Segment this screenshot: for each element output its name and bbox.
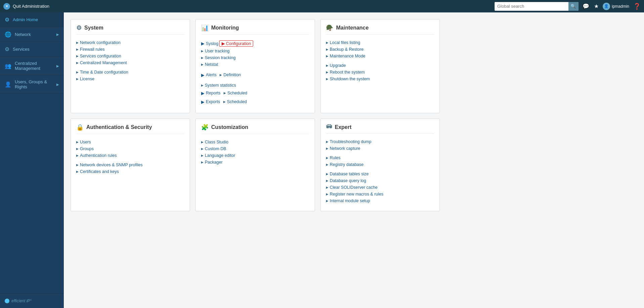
reports-row: ▶ Reports ▶ Scheduled [201,89,309,97]
sidebar: ⚙ Admin Home 🌐 Network ▶ ⚙ Services 👥 Ce… [0,12,64,308]
search-box: 🔍 [495,2,579,11]
sidebar-item-admin-home[interactable]: ⚙ Admin Home [0,12,64,27]
link-configuration-highlighted[interactable]: ▶ Configuration [219,40,254,47]
search-button[interactable]: 🔍 [568,2,579,11]
favorites-icon[interactable]: ★ [594,3,599,9]
link-clear-cache[interactable]: ▶ Clear SOLIDserver cache [326,184,434,191]
card-maintenance: 🪖 Maintenance ▶ Local files listing ▶ Ba… [320,19,440,113]
link-groups[interactable]: ▶ Groups [76,145,184,152]
topbar-right: 🔍 💬 ★ 👤 ipmadmin ❓ [495,2,641,11]
card-auth-title: 🔒 Authentication & Security [76,124,184,134]
link-db-tables-size[interactable]: ▶ Database tables size [326,171,434,177]
link-users[interactable]: ▶ Users [76,139,184,145]
help-icon[interactable]: ❓ [633,3,641,10]
link-rules[interactable]: ▶ Rules [326,155,434,161]
link-netstat[interactable]: ▶ Netstat [201,61,309,68]
link-upgrade[interactable]: ▶ Upgrade [326,62,434,69]
link-network-configuration[interactable]: ▶ Network configuration [76,39,184,46]
card-maintenance-title: 🪖 Maintenance [326,24,434,35]
card-system: ⚙ System ▶ Network configuration ▶ Firew… [71,19,190,113]
link-centralized-management[interactable]: ▶ Centralized Management [76,59,184,66]
customization-links: ▶ Class Studio ▶ Custom DB ▶ Language ed… [201,139,309,166]
link-local-files[interactable]: ▶ Local files listing [326,39,434,46]
user-avatar: 👤 [603,3,610,10]
chevron-right-icon: ▶ [56,64,59,68]
link-reboot[interactable]: ▶ Reboot the system [326,69,434,76]
sidebar-item-centralized-mgmt[interactable]: 👥 Centralized Management ▶ [0,57,64,75]
layout: ⚙ Admin Home 🌐 Network ▶ ⚙ Services 👥 Ce… [0,12,644,308]
quit-label[interactable]: Quit Administration [13,4,49,9]
topbar-left: ✕ Quit Administration [3,3,49,10]
services-icon: ⚙ [5,46,9,52]
link-reports[interactable]: ▶ Reports [201,91,221,96]
sidebar-item-users-groups[interactable]: 👤 Users, Groups & Rights ▶ [0,75,64,94]
username-label: ipmadmin [612,4,629,9]
customization-card-icon: 🧩 [201,124,209,131]
link-troubleshooting[interactable]: ▶ Troubleshooting dump [326,138,434,145]
link-packager[interactable]: ▶ Packager [201,159,309,166]
expert-links: ▶ Troubleshooting dump ▶ Network capture… [326,138,434,204]
expert-card-icon: 🕶 [326,124,332,131]
link-registry-database[interactable]: ▶ Registry database [326,161,434,168]
main-content: ⚙ System ▶ Network configuration ▶ Firew… [64,12,644,308]
link-time-date[interactable]: ▶ Time & Date configuration [76,69,184,76]
card-customization-title: 🧩 Customization [201,124,309,134]
link-db-query-log[interactable]: ▶ Database query log [326,177,434,184]
syslog-row: ▶ Syslog ▶ Configuration [201,39,309,48]
link-services-configuration[interactable]: ▶ Services configuration [76,53,184,59]
link-backup-restore[interactable]: ▶ Backup & Restore [326,46,434,53]
link-license[interactable]: ▶ License [76,76,184,82]
link-internal-module[interactable]: ▶ Internal module setup [326,197,434,204]
chevron-right-icon: ▶ [56,33,59,36]
auth-links: ▶ Users ▶ Groups ▶ Authentication rules … [76,139,184,175]
sidebar-item-label: Users, Groups & Rights [15,79,53,89]
exports-row: ▶ Exports ▶ Scheduled [201,97,309,106]
users-groups-icon: 👤 [5,81,11,88]
sidebar-item-services[interactable]: ⚙ Services [0,42,64,57]
link-language-editor[interactable]: ▶ Language editor [201,152,309,159]
link-exports[interactable]: ▶ Exports [201,99,220,104]
link-network-devices-snmp[interactable]: ▶ Network devices & SNMP profiles [76,162,184,168]
link-user-tracking[interactable]: ▶ User tracking [201,48,309,54]
card-customization: 🧩 Customization ▶ Class Studio ▶ Custom … [195,119,315,211]
monitoring-links: ▶ Syslog ▶ Configuration ▶ User tracking… [201,39,309,106]
sidebar-item-network[interactable]: 🌐 Network ▶ [0,27,64,42]
maintenance-links: ▶ Local files listing ▶ Backup & Restore… [326,39,434,82]
card-auth-security: 🔒 Authentication & Security ▶ Users ▶ Gr… [71,119,190,211]
topbar-user[interactable]: 👤 ipmadmin [603,3,629,10]
link-exports-scheduled[interactable]: ▶ Scheduled [223,98,247,105]
link-register-macros[interactable]: ▶ Register new macros & rules [326,191,434,197]
alerts-row: ▶ Alerts ▶ Definition [201,71,309,79]
footer-label: efficient iP° [11,299,32,303]
link-alerts[interactable]: ▶ Alerts [201,73,217,78]
link-maintenance-mode[interactable]: ▶ Maintenance Mode [326,53,434,59]
topbar: ✕ Quit Administration 🔍 💬 ★ 👤 ipmadmin ❓ [0,0,644,12]
link-firewall-rules[interactable]: ▶ Firewall rules [76,46,184,53]
link-auth-rules[interactable]: ▶ Authentication rules [76,152,184,159]
card-system-title: ⚙ System [76,24,184,35]
monitoring-card-icon: 📊 [201,24,209,32]
maintenance-card-icon: 🪖 [326,24,333,32]
link-class-studio[interactable]: ▶ Class Studio [201,139,309,145]
admin-home-icon: ⚙ [5,16,9,23]
link-network-capture[interactable]: ▶ Network capture [326,145,434,152]
link-session-tracking[interactable]: ▶ Session tracking [201,54,309,61]
link-definition[interactable]: ▶ Definition [220,72,241,78]
sidebar-item-label: Admin Home [13,17,59,22]
link-syslog[interactable]: ▶ Syslog [201,41,219,46]
link-reports-scheduled[interactable]: ▶ Scheduled [224,90,247,96]
sidebar-footer: efficient iP° [0,294,64,308]
card-expert: 🕶 Expert ▶ Troubleshooting dump ▶ Networ… [320,119,440,211]
link-certificates-keys[interactable]: ▶ Certificates and keys [76,168,184,175]
chevron-right-icon: ▶ [56,83,59,86]
system-card-icon: ⚙ [76,24,82,32]
link-custom-db[interactable]: ▶ Custom DB [201,145,309,152]
link-system-statistics[interactable]: ▶ System statistics [201,82,309,89]
topbar-icons: 💬 ★ [583,3,599,9]
card-expert-title: 🕶 Expert [326,124,434,134]
comments-icon[interactable]: 💬 [583,3,589,9]
sidebar-item-label: Centralized Management [15,61,53,71]
card-monitoring-title: 📊 Monitoring [201,24,309,35]
search-input[interactable] [495,2,568,11]
link-shutdown[interactable]: ▶ Shutdown the system [326,76,434,82]
